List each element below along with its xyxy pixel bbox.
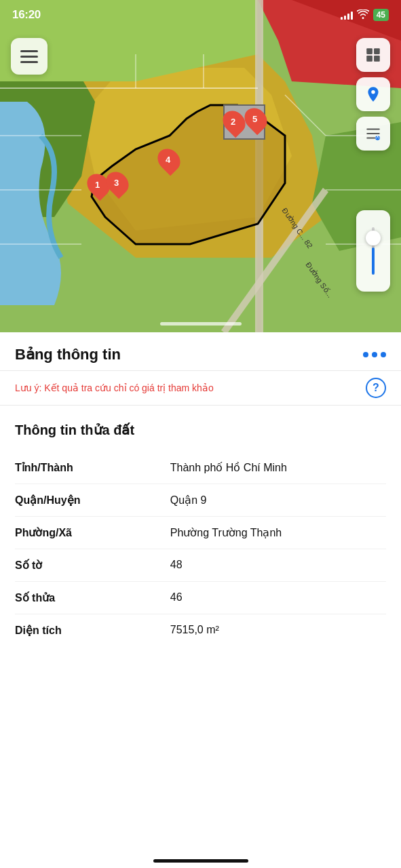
sheet-header: Bảng thông tin	[0, 332, 401, 371]
field-value: Thành phố Hồ Chí Minh	[164, 452, 386, 484]
menu-button[interactable]	[11, 38, 47, 75]
battery-indicator: 45	[373, 9, 389, 21]
section-title: Thông tin thửa đất	[15, 422, 386, 438]
map-pin-5[interactable]: 5	[246, 107, 266, 132]
map-pin-4[interactable]: 4	[159, 148, 179, 172]
svg-rect-29	[374, 56, 380, 62]
table-row: Số thửa46	[15, 582, 386, 614]
dot-3	[381, 352, 386, 357]
zoom-track	[372, 227, 375, 275]
field-label: Số thửa	[15, 582, 164, 614]
more-options-button[interactable]	[363, 352, 386, 357]
table-row: Số tờ48	[15, 549, 386, 582]
hamburger-icon	[20, 50, 38, 63]
status-icons: 45	[341, 9, 389, 21]
svg-point-30	[371, 90, 375, 94]
svg-rect-27	[374, 48, 380, 54]
home-indicator	[153, 859, 248, 863]
info-table: Tỉnh/ThànhThành phố Hồ Chí MinhQuận/Huyệ…	[15, 452, 386, 646]
svg-rect-26	[366, 48, 373, 54]
table-row: Phường/XãPhường Trường Thạnh	[15, 517, 386, 549]
layers-button[interactable]	[356, 117, 390, 151]
land-info-section: Thông tin thửa đất Tỉnh/ThànhThành phố H…	[0, 406, 401, 660]
sheet-drag-handle[interactable]	[160, 322, 242, 326]
status-time: 16:20	[12, 8, 41, 22]
map-pin-2[interactable]: 2	[224, 110, 244, 134]
field-label: Quận/Huyện	[15, 484, 164, 517]
table-row: Diện tích7515,0 m²	[15, 614, 386, 647]
map-pin-1[interactable]: 1	[88, 173, 109, 197]
field-label: Số tờ	[15, 549, 164, 582]
zoom-fill	[372, 248, 375, 275]
location-button[interactable]	[356, 77, 390, 111]
field-value: 48	[164, 549, 386, 582]
signal-icon	[341, 10, 353, 20]
grid-view-button[interactable]	[356, 38, 390, 72]
field-label: Phường/Xã	[15, 517, 164, 549]
status-bar: 16:20 45	[0, 0, 401, 30]
field-label: Tỉnh/Thành	[15, 452, 164, 484]
map-controls	[356, 38, 390, 151]
map-pin-3[interactable]: 3	[107, 171, 128, 195]
wifi-icon	[357, 9, 369, 21]
field-label: Diện tích	[15, 614, 164, 647]
dot-2	[372, 352, 377, 357]
help-button[interactable]: ?	[366, 378, 386, 398]
table-row: Tỉnh/ThànhThành phố Hồ Chí Minh	[15, 452, 386, 484]
dot-1	[363, 352, 368, 357]
notice-text: Lưu ý: Kết quả tra cứu chỉ có giá trị th…	[15, 382, 214, 393]
sheet-title: Bảng thông tin	[15, 346, 121, 363]
map-container[interactable]: Đường C... 82 Đường Số... 1 2 3 4 5	[0, 0, 401, 332]
field-value: 46	[164, 582, 386, 614]
field-value: Quận 9	[164, 484, 386, 517]
zoom-handle[interactable]	[366, 231, 381, 245]
svg-rect-28	[366, 56, 373, 62]
field-value: Phường Trường Thạnh	[164, 517, 386, 549]
table-row: Quận/HuyệnQuận 9	[15, 484, 386, 517]
help-icon: ?	[373, 382, 379, 394]
notice-bar: Lưu ý: Kết quả tra cứu chỉ có giá trị th…	[0, 371, 401, 406]
field-value: 7515,0 m²	[164, 614, 386, 647]
map-svg: Đường C... 82 Đường Số...	[0, 0, 401, 332]
bottom-sheet: Bảng thông tin Lưu ý: Kết quả tra cứu ch…	[0, 332, 401, 868]
zoom-control[interactable]	[356, 210, 390, 292]
